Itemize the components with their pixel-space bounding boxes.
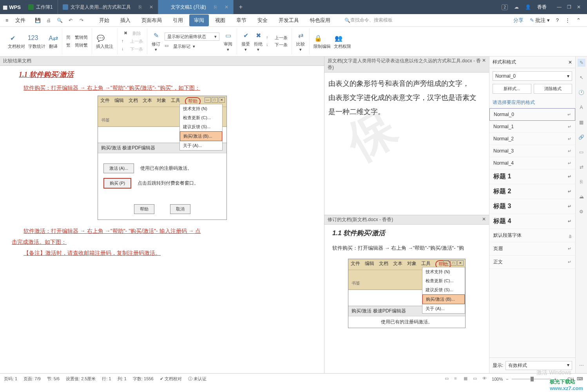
to-traditional-button[interactable]: 繁简转繁 [66, 42, 88, 49]
more-icon[interactable]: ⋯ [578, 361, 585, 369]
menu-tab-layout[interactable]: 页面布局 [137, 15, 167, 26]
file-menu[interactable]: 文件 [12, 15, 29, 25]
close-panel-icon[interactable]: ✕ [482, 216, 486, 223]
menu-tab-ref[interactable]: 引用 [168, 15, 188, 26]
print-icon[interactable]: 🖨 [45, 17, 52, 24]
insert-comment-icon[interactable]: 💬 [96, 33, 105, 43]
pencil-icon[interactable]: ✎ [578, 59, 585, 67]
tab-doc-active[interactable]: 文字文稿1 (只读)⎘✕ [158, 0, 234, 14]
accept-icon[interactable]: ✔ [241, 31, 250, 40]
minimize-button[interactable]: — [557, 4, 562, 10]
to-simplified-button[interactable]: 简繁转简 [66, 34, 88, 41]
tab-doc-source[interactable]: 文字是人类用...的方式和工具⎘✕ [58, 0, 158, 14]
tab-extra-icon[interactable]: ⎘ [139, 4, 141, 10]
reject-icon[interactable]: ✖ [254, 31, 263, 40]
tab-extra-icon[interactable]: ⎘ [214, 4, 217, 10]
style-item-heading[interactable]: 标题 2↵ [489, 184, 575, 199]
maximize-button[interactable]: ❐ [567, 4, 571, 10]
user-avatar-icon[interactable]: 👤 [525, 4, 531, 10]
view-print-icon[interactable]: ▭ [445, 376, 451, 382]
compare-icon[interactable]: ⇄ [296, 31, 305, 40]
style-item[interactable]: Normal_2↵ [489, 133, 575, 145]
clear-format-button[interactable]: 清除格式 [534, 84, 573, 94]
sb-unauth[interactable]: ⓘ 未认证 [188, 376, 207, 382]
save-icon[interactable]: 💾 [34, 17, 41, 24]
proof-icon[interactable]: ✔ [8, 33, 17, 43]
preview-icon[interactable]: 🔍 [56, 17, 63, 24]
menu-tab-insert[interactable]: 插入 [116, 15, 135, 26]
style-item[interactable]: 页眉↵ [489, 242, 575, 256]
gift-icon[interactable]: ☁ [514, 4, 519, 10]
grid-icon[interactable]: ▦ [578, 118, 585, 126]
review-pane-icon[interactable]: ▭ [223, 31, 233, 40]
menu-tab-section[interactable]: 章节 [232, 15, 251, 26]
close-icon[interactable]: ✕ [149, 4, 153, 10]
menu-tab-dev[interactable]: 开发工具 [274, 15, 304, 26]
show-markup-button[interactable]: ▭显示标记 ▾ [165, 43, 219, 49]
help-icon[interactable]: ? [556, 17, 559, 23]
view-web-icon[interactable]: ▦ [464, 376, 470, 382]
comment-link[interactable]: ✎ 批注 ▾ [530, 17, 550, 24]
layers-icon[interactable]: ▭ [578, 148, 585, 156]
sb-section[interactable]: 节: 5/6 [47, 376, 60, 382]
clock-icon[interactable]: 🕐 [578, 89, 585, 96]
view-eye-icon[interactable]: 👁 [482, 376, 489, 382]
zoom-level[interactable]: 100% [492, 377, 503, 381]
text-icon[interactable]: A [578, 103, 585, 111]
translate-icon[interactable]: A⇄ [49, 33, 58, 43]
style-item-heading[interactable]: 标题 4↵ [489, 214, 575, 229]
menu-tab-special[interactable]: 特色应用 [305, 15, 335, 26]
new-tab-button[interactable]: + [234, 0, 248, 14]
style-item[interactable]: Normal_1↵ [489, 121, 575, 133]
current-style-select[interactable]: Normal_0▾ [493, 71, 572, 81]
zoom-slider[interactable] [512, 379, 551, 379]
track-changes-icon[interactable]: ✎ [151, 31, 161, 40]
link-icon[interactable]: 🔗 [578, 133, 585, 141]
permission-icon[interactable]: 👥 [334, 33, 343, 43]
view-outline-icon[interactable]: ≡ [454, 376, 460, 382]
prev-change-button[interactable]: ↑上一条 [266, 35, 288, 41]
badge-icon[interactable]: 2 [502, 4, 508, 10]
sb-words[interactable]: 字数: 1556 [133, 376, 154, 382]
style-item-heading[interactable]: 标题 3↵ [489, 199, 575, 214]
markup-display-select[interactable]: 显示标记的最终状态▾ [165, 33, 219, 41]
collapse-ribbon-icon[interactable]: ⌃ [576, 17, 581, 23]
menu-tab-start[interactable]: 开始 [94, 15, 114, 26]
image-icon[interactable]: ⛰ [578, 193, 585, 201]
undo-icon[interactable]: ↶ [67, 17, 74, 24]
sb-col[interactable]: 列: 1 [118, 376, 127, 382]
tab-workbook1[interactable]: 工作簿1 [24, 0, 58, 14]
close-style-panel-icon[interactable]: ✕ [568, 60, 572, 65]
style-item[interactable]: Normal_0↵ [489, 108, 575, 121]
restrict-edit-icon[interactable]: 🔒 [313, 33, 323, 43]
share-link[interactable]: 分享 [513, 17, 524, 24]
zoom-out-button[interactable]: − [506, 377, 508, 381]
style-item[interactable]: 正文↵ [489, 256, 575, 269]
style-item[interactable]: Normal_3↵ [489, 145, 575, 157]
sb-indent[interactable]: 设置值: 2.5厘米 [66, 376, 96, 382]
style-item[interactable]: 默认段落字体a [489, 229, 575, 242]
display-filter-select[interactable]: 有效样式▾ [505, 361, 572, 370]
command-search[interactable]: 🔍 查找命令、搜索模板 [344, 17, 393, 24]
sb-page[interactable]: 页面: 7/9 [24, 376, 40, 382]
style-item[interactable]: Normal_4↵ [489, 157, 575, 169]
menu-tab-review[interactable]: 审阅 [189, 15, 209, 26]
redo-icon[interactable]: ↷ [78, 17, 85, 24]
copy-icon[interactable]: ⎘ [578, 178, 585, 186]
close-icon[interactable]: ✕ [225, 4, 228, 10]
sb-proof[interactable]: ✔ 文档校对 [160, 376, 182, 382]
cursor-icon[interactable]: ↖ [578, 74, 585, 82]
close-button[interactable]: ✕ [577, 4, 581, 10]
share-icon[interactable]: ⇄ [578, 163, 585, 171]
sb-pagenum[interactable]: 页码: 1 [4, 376, 17, 382]
view-read-icon[interactable]: ▭ [473, 376, 479, 382]
gear-icon[interactable]: ⚙ [578, 208, 585, 216]
sb-row[interactable]: 行: 1 [102, 376, 111, 382]
close-panel-icon[interactable]: ✕ [482, 58, 486, 71]
new-style-button[interactable]: 新样式... [493, 84, 531, 94]
next-change-button[interactable]: ↓下一条 [266, 42, 288, 48]
menu-tab-view[interactable]: 视图 [210, 15, 230, 26]
hamburger-icon[interactable]: ≡ [3, 16, 11, 25]
style-item-heading[interactable]: 标题 1↵ [489, 169, 575, 184]
wordcount-icon[interactable]: 123 [28, 33, 38, 43]
